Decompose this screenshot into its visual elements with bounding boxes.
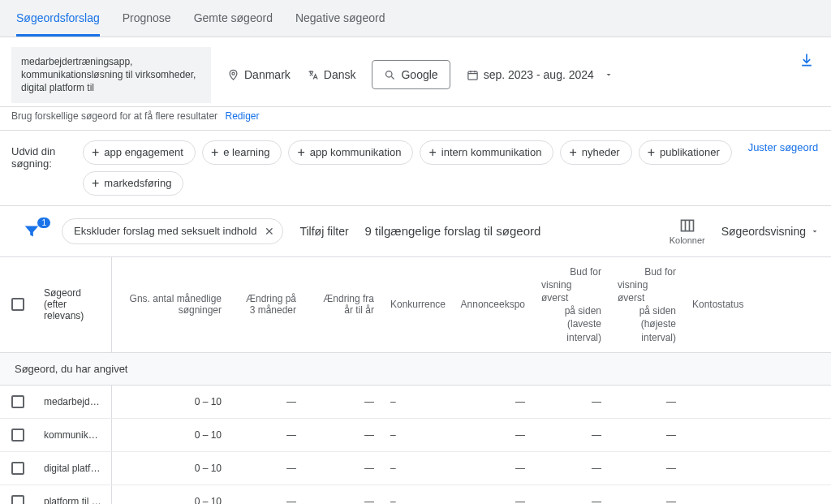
remove-filter-icon[interactable]: ✕	[265, 225, 274, 238]
chip-label: e learning	[223, 146, 269, 158]
chip-label: app kommunikation	[310, 146, 402, 158]
cell-volume: 0 – 10	[112, 452, 230, 485]
cell-competition: –	[382, 452, 452, 485]
row-checkbox[interactable]	[0, 386, 36, 418]
col-volume[interactable]: Gns. antal månedlige søgninger	[112, 257, 230, 352]
network-selector[interactable]: Google	[372, 60, 450, 89]
cell-keyword[interactable]: digital platfor…	[36, 452, 112, 485]
tab-saved-keywords[interactable]: Gemte søgeord	[194, 0, 273, 37]
chip-label: intern kommunikation	[441, 146, 542, 158]
filter-chip-label: Ekskluder forslag med seksuelt indhold	[74, 225, 256, 237]
expand-chip[interactable]: +markedsføring	[83, 171, 183, 196]
col-impression[interactable]: Annonceekspo	[452, 257, 533, 352]
table-header: Søgeord (efter relevans) Gns. antal måne…	[0, 257, 831, 353]
plan-controls: medarbejdertræningsapp, kommunikationslø…	[0, 37, 831, 107]
cell-yoy: —	[304, 386, 382, 418]
cell-keyword[interactable]: kommunikati…	[36, 419, 112, 451]
cell-impression: —	[452, 452, 533, 485]
expand-chip[interactable]: +e learning	[202, 140, 282, 165]
cell-3month: —	[230, 485, 304, 504]
keyword-view-dropdown[interactable]: Søgeordsvisning	[721, 225, 820, 238]
col-low-bid[interactable]: Bud for visning øverst på siden (laveste…	[533, 257, 609, 352]
col-status[interactable]: Kontostatus	[684, 257, 810, 352]
location-pin-icon	[227, 69, 239, 81]
tab-forecast[interactable]: Prognose	[123, 0, 171, 37]
download-button[interactable]	[799, 52, 815, 68]
col-competition[interactable]: Konkurrence	[382, 257, 452, 352]
add-filter-button[interactable]: Tilføj filter	[299, 225, 348, 238]
edit-keywords-link[interactable]: Rediger	[225, 110, 259, 122]
hint-text: Brug forskellige søgeord for at få flere…	[11, 110, 217, 122]
location-selector[interactable]: Danmark	[227, 68, 291, 81]
expand-chip[interactable]: +intern kommunikation	[420, 140, 553, 165]
tab-keyword-ideas[interactable]: Søgeordsforslag	[16, 0, 100, 37]
active-filter-chip[interactable]: Ekskluder forslag med seksuelt indhold ✕	[62, 218, 283, 244]
cell-3month: —	[230, 452, 304, 485]
cell-competition: –	[382, 419, 452, 451]
cell-volume: 0 – 10	[112, 485, 230, 504]
col-high-bid[interactable]: Bud for visning øverst på siden (højeste…	[609, 257, 684, 352]
cell-status	[684, 419, 810, 451]
row-checkbox[interactable]	[0, 419, 36, 451]
cell-low-bid: —	[533, 419, 609, 451]
filter-bar: 1 Ekskluder forslag med seksuelt indhold…	[0, 206, 831, 257]
expand-chips: +app engagement +e learning +app kommuni…	[83, 140, 732, 196]
download-icon	[799, 52, 815, 68]
filter-button[interactable]: 1	[23, 222, 45, 240]
tab-negative-keywords[interactable]: Negative søgeord	[295, 0, 385, 37]
chip-label: nyheder	[582, 146, 620, 158]
cell-competition: –	[382, 485, 452, 504]
plus-icon: +	[92, 177, 99, 190]
svg-point-1	[386, 71, 393, 77]
cell-impression: —	[452, 485, 533, 504]
table-row: digital platfor…0 – 10——–———	[0, 452, 831, 485]
expand-chip[interactable]: +app kommunikation	[288, 140, 413, 165]
cell-impression: —	[452, 386, 533, 418]
columns-button[interactable]: Kolonner	[670, 218, 705, 245]
cell-keyword[interactable]: platform til a…	[36, 485, 112, 504]
columns-icon	[679, 218, 695, 234]
calendar-icon	[467, 69, 479, 81]
seed-keywords-box[interactable]: medarbejdertræningsapp, kommunikationslø…	[11, 47, 211, 103]
table-body: medarbejder…0 – 10——–———kommunikati…0 – …	[0, 386, 831, 504]
chevron-down-icon	[810, 226, 820, 236]
chip-label: app engagement	[104, 146, 183, 158]
svg-point-0	[232, 72, 235, 75]
date-range-selector[interactable]: sep. 2023 - aug. 2024	[467, 68, 614, 81]
select-all-cell[interactable]	[0, 257, 36, 352]
svg-rect-3	[681, 220, 693, 230]
col-keyword[interactable]: Søgeord (efter relevans)	[36, 257, 112, 352]
cell-low-bid: —	[533, 386, 609, 418]
plus-icon: +	[297, 146, 304, 159]
cell-volume: 0 – 10	[112, 386, 230, 418]
columns-label: Kolonner	[670, 235, 705, 245]
row-checkbox[interactable]	[0, 452, 36, 485]
expand-search: Udvid din søgning: +app engagement +e le…	[0, 131, 831, 206]
table-row: medarbejder…0 – 10——–———	[0, 386, 831, 419]
plus-icon: +	[428, 146, 436, 159]
cell-yoy: —	[304, 485, 382, 504]
row-checkbox[interactable]	[0, 485, 36, 504]
cell-low-bid: —	[533, 485, 609, 504]
checkbox-icon	[11, 462, 24, 475]
chevron-down-icon	[604, 70, 614, 80]
cell-high-bid: —	[609, 485, 684, 504]
col-yoy[interactable]: Ændring fra år til år	[304, 257, 382, 352]
cell-yoy: —	[304, 452, 382, 485]
checkbox-icon	[11, 495, 24, 504]
cell-keyword[interactable]: medarbejder…	[36, 386, 112, 418]
location-label: Danmark	[244, 68, 291, 81]
expand-label: Udvid din søgning:	[11, 140, 68, 170]
cell-high-bid: —	[609, 386, 684, 418]
language-selector[interactable]: Dansk	[307, 68, 356, 81]
expand-chip[interactable]: +publikationer	[639, 140, 732, 165]
expand-chip[interactable]: +app engagement	[83, 140, 196, 165]
adjust-keywords-button[interactable]: Juster søgeord	[747, 140, 820, 155]
cell-low-bid: —	[533, 452, 609, 485]
col-3month[interactable]: Ændring på 3 måneder	[230, 257, 304, 352]
cell-high-bid: —	[609, 419, 684, 451]
filter-count-badge: 1	[37, 218, 50, 228]
translate-icon	[307, 69, 319, 81]
expand-chip[interactable]: +nyheder	[560, 140, 631, 165]
plus-icon: +	[569, 146, 576, 159]
